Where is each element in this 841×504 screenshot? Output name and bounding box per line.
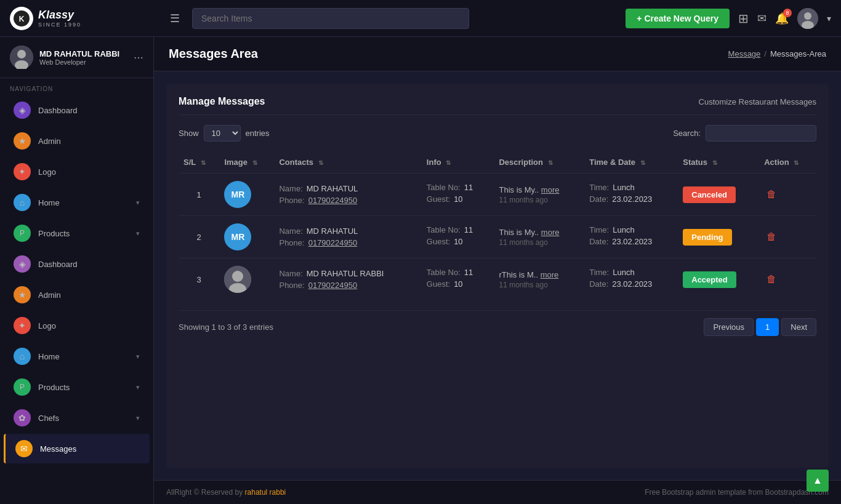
breadcrumb-link[interactable]: Message	[728, 49, 761, 58]
hamburger-button[interactable]: ☰	[165, 9, 185, 28]
page-1-button[interactable]: 1	[756, 318, 779, 336]
row-sl: 3	[179, 258, 219, 301]
name-label: Name:	[279, 226, 302, 236]
topnav-right: + Create New Query ⊞ ✉ 🔔 8 ▾	[626, 8, 831, 29]
entries-select[interactable]: 10 25 50 100	[204, 125, 241, 142]
svg-text:K: K	[19, 15, 25, 23]
user-options-button[interactable]: ⋯	[134, 52, 143, 63]
phone-value[interactable]: 01790224950	[308, 196, 358, 205]
table-no-value: 11	[464, 225, 473, 234]
sidebar-item-admin2[interactable]: ★ Admin	[4, 280, 150, 310]
admin-icon: ★	[14, 132, 31, 150]
col-description: Description ⇅	[494, 151, 584, 174]
time-value: Lunch	[613, 183, 634, 192]
row-description: This is My.. more 11 months ago	[494, 216, 584, 258]
search-input[interactable]	[192, 8, 469, 29]
user-avatar-topnav[interactable]	[797, 8, 818, 29]
name-label: Name:	[279, 184, 302, 193]
sidebar-item-home2[interactable]: ⌂ Home ▾	[4, 342, 150, 371]
time-ago: 11 months ago	[499, 238, 579, 247]
sidebar-item-dashboard2[interactable]: ◈ Dashboard	[4, 249, 150, 279]
sidebar-item-products2[interactable]: P Products ▾	[4, 372, 150, 402]
sl-sort-icon[interactable]: ⇅	[201, 159, 206, 166]
info-sort-icon[interactable]: ⇅	[446, 159, 451, 166]
products2-icon: P	[14, 378, 31, 396]
avatar: MR	[224, 181, 251, 208]
time-label: Time:	[589, 225, 609, 234]
messages-icon: ✉	[15, 440, 33, 457]
time-value: Lunch	[613, 225, 634, 234]
logo-nav-icon: ✦	[14, 163, 31, 180]
more-link[interactable]: more	[541, 185, 560, 194]
table-controls: Show 10 25 50 100 entries Search:	[179, 125, 816, 142]
status-canceled-button[interactable]: Canceled	[683, 186, 736, 203]
grid-icon[interactable]: ⊞	[738, 11, 749, 26]
desc-text: rThis is M..	[499, 270, 540, 279]
contacts-sort-icon[interactable]: ⇅	[318, 159, 323, 166]
desc-sort-icon[interactable]: ⇅	[548, 159, 553, 166]
sidebar-item-chefs[interactable]: ✿ Chefs ▾	[4, 403, 150, 433]
bell-icon[interactable]: 🔔 8	[775, 12, 789, 25]
status-sort-icon[interactable]: ⇅	[712, 159, 717, 166]
phone-value[interactable]: 01790224950	[308, 238, 358, 247]
create-query-button[interactable]: + Create New Query	[626, 9, 730, 28]
products1-icon: P	[14, 225, 31, 242]
row-contacts: Name: MD RAHATUL Phone: 01790224950	[274, 216, 421, 258]
user-name: MD RAHATUL RABBI	[39, 49, 127, 58]
sidebar-item-logo[interactable]: ✦ Logo	[4, 157, 150, 186]
sidebar-item-logo2[interactable]: ✦ Logo	[4, 311, 150, 340]
footer-right: Free Bootstrap admin template from Boots…	[645, 488, 829, 497]
sidebar-item-dashboard[interactable]: ◈ Dashboard	[4, 95, 150, 125]
sidebar-item-admin[interactable]: ★ Admin	[4, 126, 150, 156]
page-header: Messages Area Message / Messages-Area	[154, 37, 841, 71]
name-label: Name:	[279, 269, 302, 278]
footer-bootstrap-link[interactable]: Bootstrap admin template	[662, 488, 746, 497]
time-sort-icon[interactable]: ⇅	[640, 159, 645, 166]
delete-button[interactable]: 🗑	[764, 271, 779, 287]
user-dropdown-arrow[interactable]: ▾	[827, 14, 831, 23]
table-search-input[interactable]	[706, 125, 816, 142]
more-link[interactable]: more	[541, 228, 560, 237]
sidebar-item-label-home2: Home	[38, 352, 129, 361]
status-accepted-button[interactable]: Accepted	[683, 271, 736, 288]
svg-point-3	[804, 12, 811, 20]
next-button[interactable]: Next	[781, 318, 816, 336]
scroll-to-top-button[interactable]: ▲	[807, 470, 829, 492]
logo-area: K Klassy SINCE 1990	[10, 7, 158, 30]
phone-value[interactable]: 01790224950	[308, 281, 358, 290]
name-value: MD RAHATUL	[307, 226, 358, 236]
sidebar-item-label-logo: Logo	[38, 167, 140, 177]
sidebar-item-messages[interactable]: ✉ Messages	[4, 434, 150, 463]
previous-button[interactable]: Previous	[704, 318, 754, 336]
delete-button[interactable]: 🗑	[764, 229, 779, 245]
status-pending-button[interactable]: Pending	[683, 229, 731, 246]
phone-label: Phone:	[279, 238, 304, 247]
delete-button[interactable]: 🗑	[764, 186, 779, 202]
breadcrumb: Message / Messages-Area	[728, 49, 826, 58]
footer-author-link[interactable]: rahatul rabbi	[245, 488, 286, 497]
sidebar-item-label-dashboard: Dashboard	[38, 106, 140, 115]
mail-icon[interactable]: ✉	[757, 12, 767, 25]
sidebar-item-products1[interactable]: P Products ▾	[4, 218, 150, 248]
row-sl: 1	[179, 174, 219, 216]
nav-section-label: Navigation	[0, 78, 153, 95]
messages-card: Manage Messages Customize Restaurant Mes…	[166, 84, 829, 468]
time-value: Lunch	[613, 268, 634, 277]
footer-right-prefix: Free	[645, 488, 662, 497]
col-time-date: Time & Date ⇅	[584, 151, 678, 174]
home-arrow-icon: ▾	[136, 199, 140, 207]
chefs-arrow-icon: ▾	[136, 414, 140, 422]
home2-icon: ⌂	[14, 348, 31, 365]
app-logo-text: Klassy	[38, 9, 81, 22]
show-entries: Show 10 25 50 100 entries	[179, 125, 270, 142]
action-sort-icon[interactable]: ⇅	[794, 159, 799, 166]
sidebar-item-home[interactable]: ⌂ Home ▾	[4, 188, 150, 217]
guest-value: 10	[454, 194, 462, 204]
customize-messages-link[interactable]: Customize Restaurant Messages	[699, 97, 816, 106]
row-info: Table No: 11 Guest: 10	[422, 216, 494, 258]
image-sort-icon[interactable]: ⇅	[252, 159, 257, 166]
pagination-area: Showing 1 to 3 of 3 entries Previous 1 N…	[179, 310, 816, 336]
more-link[interactable]: more	[541, 270, 559, 279]
sidebar-item-label-products1: Products	[38, 229, 129, 238]
layout: MD RAHATUL RABBI Web Developer ⋯ Navigat…	[0, 37, 841, 504]
